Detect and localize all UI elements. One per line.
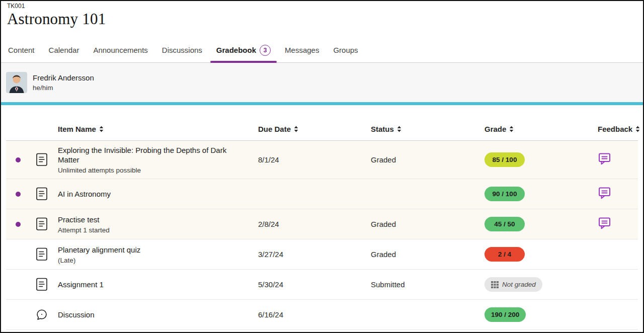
sort-icon — [635, 126, 640, 132]
item-title-link[interactable]: Assignment 1 — [58, 280, 236, 289]
column-label: Due Date — [258, 125, 291, 133]
student-pronouns: he/him — [33, 84, 94, 92]
status: Graded — [362, 250, 475, 259]
sort-icon — [294, 126, 298, 132]
grade-pill[interactable]: 2 / 4 — [485, 247, 525, 262]
tab-groups[interactable]: Groups — [326, 38, 365, 62]
item-subtitle: Unlimited attempts possible — [58, 166, 236, 174]
section-divider — [1, 102, 643, 105]
tab-label: Messages — [285, 46, 319, 54]
column-label: Feedback — [598, 125, 632, 133]
status — [362, 314, 475, 315]
due-date — [249, 194, 362, 194]
discussion-icon — [30, 308, 53, 321]
sort-icon — [99, 126, 104, 132]
status: Graded — [362, 220, 475, 228]
table-row[interactable]: Assignment 15/30/24SubmittedNot graded — [6, 270, 638, 300]
assignment-icon — [30, 217, 53, 231]
grade-value: 2 / 4 — [498, 251, 511, 258]
column-label: Status — [371, 125, 394, 133]
table-row[interactable]: Practise testAttempt 1 started2/8/24Grad… — [6, 209, 638, 239]
due-date: 6/16/24 — [249, 310, 362, 319]
tab-label: Calendar — [49, 46, 79, 54]
column-label: Grade — [485, 125, 506, 133]
grade-pill[interactable]: 45 / 50 — [485, 217, 525, 231]
student-meta: Fredrik Andersson he/him — [33, 73, 94, 92]
due-date: 8/1/24 — [249, 155, 362, 164]
table-row[interactable]: Discussion6/16/24190 / 200 — [6, 300, 638, 330]
gradebook-count-badge: 3 — [260, 45, 271, 56]
course-code: TK001 — [7, 3, 643, 10]
student-bar: Fredrik Andersson he/him — [1, 63, 643, 102]
column-header-feedback[interactable]: Feedback — [589, 125, 640, 133]
table-row[interactable]: Planetary alignment quiz(Late)3/27/24Gra… — [6, 239, 638, 270]
course-header: TK001 Astronomy 101 — [1, 1, 643, 38]
grade-pill[interactable]: Not graded — [485, 277, 542, 292]
grade-value: 90 / 100 — [493, 190, 517, 198]
item-title-link[interactable]: Discussion — [58, 310, 236, 319]
status — [362, 194, 475, 194]
due-date: 3/27/24 — [249, 250, 362, 259]
column-header-grade[interactable]: Grade — [475, 125, 589, 133]
page-title: Astronomy 101 — [7, 10, 643, 28]
gradebook-table: Item NameDue DateStatusGradeFeedback Exp… — [6, 118, 638, 330]
sort-icon — [397, 126, 401, 132]
item-subtitle: Attempt 1 started — [58, 226, 236, 234]
assignment-icon — [30, 153, 53, 166]
course-tabbar: ContentCalendarAnnouncementsDiscussionsG… — [1, 38, 643, 63]
due-date: 5/30/24 — [249, 280, 362, 289]
sort-icon — [509, 126, 514, 132]
tab-messages[interactable]: Messages — [278, 38, 326, 62]
tab-gradebook[interactable]: Gradebook3 — [209, 38, 278, 62]
assignment-icon — [30, 247, 53, 261]
status: Submitted — [362, 280, 475, 289]
column-header-item-name[interactable]: Item Name — [53, 125, 249, 133]
tab-label: Content — [8, 46, 35, 54]
feedback-icon[interactable] — [598, 152, 611, 165]
grade-pill[interactable]: 90 / 100 — [485, 187, 525, 201]
new-activity-indicator — [16, 222, 21, 227]
tab-label: Gradebook — [216, 46, 256, 54]
grade-pill[interactable]: 85 / 100 — [485, 152, 525, 167]
feedback-icon[interactable] — [598, 186, 611, 200]
item-title-link[interactable]: Planetary alignment quiz — [58, 245, 236, 255]
item-subtitle: (Late) — [58, 257, 236, 264]
column-header-due-date[interactable]: Due Date — [249, 125, 362, 133]
avatar[interactable] — [6, 72, 27, 93]
tab-label: Discussions — [162, 46, 202, 54]
status: Graded — [362, 155, 475, 164]
table-row[interactable]: AI in Astronomy90 / 100 — [6, 179, 638, 209]
app-window: TK001 Astronomy 101 ContentCalendarAnnou… — [0, 0, 644, 333]
tab-announcements[interactable]: Announcements — [86, 38, 154, 62]
table-body: Exploring the Invisible: Probing the Dep… — [6, 141, 638, 330]
tab-content[interactable]: Content — [1, 38, 42, 62]
feedback-icon[interactable] — [598, 216, 611, 230]
tab-discussions[interactable]: Discussions — [155, 38, 209, 62]
new-activity-indicator — [16, 192, 21, 197]
tab-label: Groups — [333, 46, 358, 54]
column-header-status[interactable]: Status — [362, 125, 475, 133]
tab-label: Announcements — [93, 46, 147, 54]
grade-pill[interactable]: 190 / 200 — [485, 307, 526, 322]
new-activity-indicator — [16, 157, 21, 162]
assignment-icon — [30, 278, 53, 291]
grade-value: Not graded — [502, 281, 536, 288]
rubric-grid-icon — [491, 281, 499, 288]
grade-value: 45 / 50 — [494, 220, 515, 228]
student-name: Fredrik Andersson — [33, 73, 94, 82]
table-header: Item NameDue DateStatusGradeFeedback — [6, 118, 638, 141]
table-row[interactable]: Exploring the Invisible: Probing the Dep… — [6, 141, 638, 179]
tab-calendar[interactable]: Calendar — [42, 38, 87, 62]
grade-value: 85 / 100 — [493, 156, 517, 163]
item-title-link[interactable]: Practise test — [58, 215, 236, 224]
item-title-link[interactable]: AI in Astronomy — [58, 189, 236, 199]
grade-value: 190 / 200 — [491, 311, 519, 318]
due-date: 2/8/24 — [249, 220, 362, 228]
column-label: Item Name — [58, 125, 96, 133]
assignment-icon — [30, 187, 53, 201]
item-title-link[interactable]: Exploring the Invisible: Probing the Dep… — [58, 145, 236, 164]
